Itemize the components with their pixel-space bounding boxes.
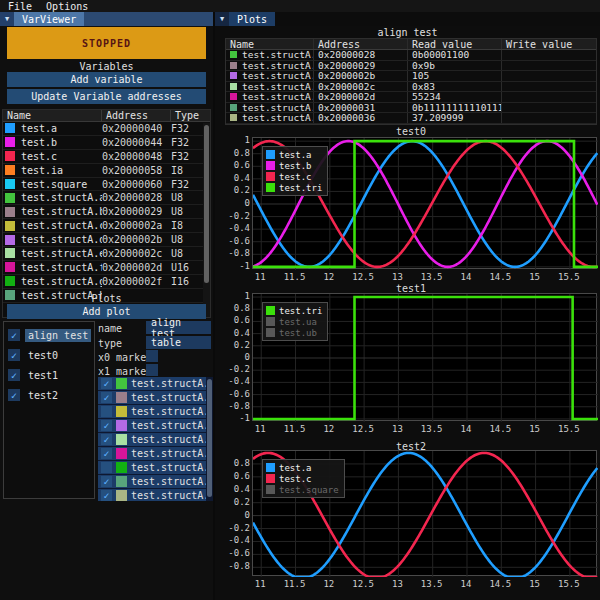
table-row[interactable]: test.structA.e0x2000002c0x83 bbox=[226, 82, 596, 93]
table-row[interactable]: test.structA.j0x2000003637.209999 bbox=[226, 113, 596, 124]
legend-entry[interactable]: test.square bbox=[266, 484, 339, 495]
legend-entry[interactable]: test.b bbox=[266, 160, 322, 171]
member-color-swatch[interactable] bbox=[116, 434, 127, 445]
table-row[interactable]: test.structA.h0x200000310b11111111110111… bbox=[226, 103, 596, 114]
menu-file[interactable]: File bbox=[8, 1, 32, 12]
variable-color-swatch[interactable] bbox=[5, 262, 15, 272]
legend-label[interactable]: test.a bbox=[279, 463, 312, 473]
variable-color-swatch[interactable] bbox=[5, 179, 15, 189]
plot-visible-checkbox[interactable]: ✓ bbox=[8, 329, 20, 341]
legend-label[interactable]: test.ub bbox=[279, 328, 317, 338]
variable-color-swatch[interactable] bbox=[5, 248, 15, 258]
member-color-swatch[interactable] bbox=[116, 406, 127, 417]
write-value-input[interactable] bbox=[502, 103, 596, 113]
member-list-item[interactable]: ✓test.structA.j bbox=[98, 489, 213, 501]
legend-label[interactable]: test.a bbox=[279, 150, 312, 160]
legend-color-swatch[interactable] bbox=[266, 183, 275, 192]
legend-label[interactable]: test.square bbox=[279, 485, 339, 495]
table-row[interactable]: test.structA.c0x2000002aI8 bbox=[3, 219, 210, 233]
member-color-swatch[interactable] bbox=[116, 392, 127, 403]
write-value-input[interactable] bbox=[502, 92, 596, 102]
legend-label[interactable]: test.tri bbox=[279, 183, 322, 193]
plot-legend[interactable]: test.atest.btest.ctest.tri bbox=[262, 146, 328, 196]
stopped-button[interactable]: STOPPED bbox=[7, 27, 206, 59]
plot-list-item-label[interactable]: test0 bbox=[25, 349, 61, 362]
member-checkbox[interactable] bbox=[101, 462, 112, 473]
table-row[interactable]: test.structA.a0x200000280b00001100 bbox=[226, 50, 596, 61]
write-value-input[interactable] bbox=[502, 82, 596, 92]
member-color-swatch[interactable] bbox=[116, 462, 127, 473]
plot-list-item-label[interactable]: align test bbox=[25, 329, 91, 342]
legend-label[interactable]: test.c bbox=[279, 474, 312, 484]
legend-color-swatch[interactable] bbox=[266, 474, 275, 483]
table-row[interactable]: test.structA.d0x2000002bU8 bbox=[3, 233, 210, 247]
legend-color-swatch[interactable] bbox=[266, 328, 275, 337]
table-row[interactable]: test.structA.f0x2000002d55234 bbox=[226, 92, 596, 103]
table-row[interactable]: test.structA.b0x20000029U8 bbox=[3, 205, 210, 219]
member-color-swatch[interactable] bbox=[116, 490, 127, 501]
plot-visible-checkbox[interactable]: ✓ bbox=[8, 349, 20, 361]
table-row[interactable]: test.c0x20000048F32 bbox=[3, 150, 210, 164]
member-checkbox[interactable]: ✓ bbox=[101, 392, 112, 403]
table-row[interactable]: test.square0x20000060F32 bbox=[3, 178, 210, 192]
write-value-input[interactable] bbox=[502, 61, 596, 71]
member-list-item[interactable]: ✓test.structA.a bbox=[98, 377, 213, 390]
col-header-read-value[interactable]: Read value bbox=[408, 39, 502, 49]
member-checkbox[interactable]: ✓ bbox=[101, 490, 112, 501]
plot-canvas[interactable]: test.atest.btest.ctest.tri bbox=[252, 137, 597, 269]
plot-list-item[interactable]: ✓align test bbox=[4, 325, 94, 345]
member-checkbox[interactable] bbox=[101, 406, 112, 417]
table-row[interactable]: test.structA.g0x2000002fI16 bbox=[3, 275, 210, 289]
member-list-item[interactable]: ✓test.structA.d bbox=[98, 419, 213, 432]
member-checkbox[interactable]: ✓ bbox=[101, 448, 112, 459]
plot-list-item[interactable]: ✓test1 bbox=[4, 365, 94, 385]
variable-color-swatch[interactable] bbox=[5, 207, 15, 217]
plot-canvas[interactable]: test.tritest.uatest.ub bbox=[252, 293, 597, 421]
x1-marker-checkbox[interactable] bbox=[146, 364, 158, 376]
plot-list-item-label[interactable]: test1 bbox=[25, 369, 61, 382]
col-header-address[interactable]: Address bbox=[102, 110, 171, 121]
plot-list-item[interactable]: ✓test2 bbox=[4, 385, 94, 405]
variable-color-swatch[interactable] bbox=[5, 123, 15, 133]
plot-visible-checkbox[interactable]: ✓ bbox=[8, 369, 20, 381]
collapse-arrow-icon[interactable]: ▼ bbox=[0, 12, 14, 26]
col-header-type[interactable]: Type bbox=[171, 110, 205, 121]
menu-options[interactable]: Options bbox=[46, 1, 88, 12]
col-header-name[interactable]: Name bbox=[3, 110, 102, 121]
tab-plots[interactable]: Plots bbox=[229, 12, 275, 26]
variables-table-scrollbar[interactable] bbox=[203, 123, 210, 317]
member-color-swatch[interactable] bbox=[116, 448, 127, 459]
member-list-scrollbar[interactable] bbox=[206, 377, 213, 501]
col-header-address[interactable]: Address bbox=[314, 39, 408, 49]
legend-entry[interactable]: test.ua bbox=[266, 316, 322, 327]
col-header-write-value[interactable]: Write value bbox=[502, 39, 596, 49]
write-value-input[interactable] bbox=[502, 71, 596, 81]
legend-entry[interactable]: test.c bbox=[266, 473, 339, 484]
member-list-item[interactable]: test.structA.g bbox=[98, 461, 213, 474]
member-checkbox[interactable]: ✓ bbox=[101, 420, 112, 431]
plot-visible-checkbox[interactable]: ✓ bbox=[8, 389, 20, 401]
member-list-item[interactable]: ✓test.structA.h bbox=[98, 475, 213, 488]
legend-entry[interactable]: test.tri bbox=[266, 182, 322, 193]
variable-color-swatch[interactable] bbox=[5, 193, 15, 203]
plot-legend[interactable]: test.tritest.uatest.ub bbox=[262, 302, 328, 341]
tab-varviewer[interactable]: VarViewer bbox=[14, 12, 84, 26]
legend-entry[interactable]: test.a bbox=[266, 149, 322, 160]
legend-entry[interactable]: test.ub bbox=[266, 327, 322, 338]
legend-color-swatch[interactable] bbox=[266, 317, 275, 326]
table-row[interactable]: test.structA.d0x2000002b105 bbox=[226, 71, 596, 82]
member-color-swatch[interactable] bbox=[116, 476, 127, 487]
legend-label[interactable]: test.c bbox=[279, 172, 312, 182]
variable-color-swatch[interactable] bbox=[5, 221, 15, 231]
legend-color-swatch[interactable] bbox=[266, 485, 275, 494]
member-list-item[interactable]: test.structA.c bbox=[98, 405, 213, 418]
write-value-input[interactable] bbox=[502, 50, 596, 60]
table-row[interactable]: test.ia0x20000058I8 bbox=[3, 164, 210, 178]
variable-color-swatch[interactable] bbox=[5, 137, 15, 147]
write-value-input[interactable] bbox=[502, 113, 596, 123]
plot-type-select[interactable]: table bbox=[146, 336, 211, 349]
plot-canvas[interactable]: test.atest.ctest.square bbox=[252, 450, 597, 576]
legend-label[interactable]: test.ua bbox=[279, 317, 317, 327]
legend-color-swatch[interactable] bbox=[266, 161, 275, 170]
legend-color-swatch[interactable] bbox=[266, 463, 275, 472]
